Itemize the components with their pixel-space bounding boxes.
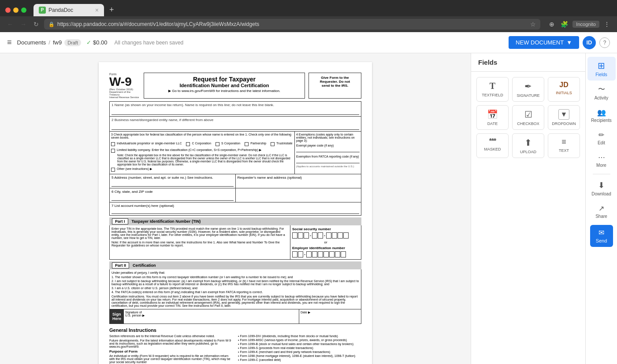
ssn-label: Social security number (292, 227, 359, 231)
ssn-box6[interactable] (326, 232, 331, 239)
price-value: $0.00 (93, 39, 108, 46)
field-item-dropdown[interactable]: ▼ DROPDOWN (548, 105, 580, 130)
ein-box4[interactable] (312, 251, 317, 257)
field5-cell: 5 Address (number, street, and apt. or s… (110, 174, 236, 188)
ein-box3[interactable] (306, 251, 312, 257)
cb-ccorp-box[interactable] (186, 142, 190, 146)
field-item-textfield[interactable]: T TEXTFIELD (476, 77, 509, 102)
cb-scorp-box[interactable] (216, 142, 219, 146)
send-button[interactable]: ✉ Send (590, 225, 613, 247)
cb-llc: Limited liability company. Enter the tax… (111, 148, 293, 153)
field2-row: 2 Business name/disregarded entity name,… (109, 116, 361, 131)
masked-label: MASKED (484, 147, 501, 151)
menu-icon[interactable]: ⋮ (602, 20, 612, 29)
help-button[interactable]: ? (599, 37, 610, 48)
text-icon: ≡ (561, 137, 566, 147)
panel-edit[interactable]: ✏ Edit (587, 127, 616, 149)
field-item-masked[interactable]: *** MASKED (476, 133, 509, 158)
give-form-block: Give Form to the Requester. Do not send … (308, 73, 361, 99)
search-icon[interactable]: ⊕ (547, 20, 556, 29)
cert-instructions: Certification instructions. You must cro… (112, 295, 359, 307)
part2-roman: Part II (112, 262, 129, 268)
initials-label: INITIALS (556, 91, 572, 95)
cb-llc-box[interactable] (111, 149, 115, 153)
panel-more[interactable]: ⋯ More (587, 150, 616, 171)
panel-activity[interactable]: 〜 Activity (587, 81, 616, 104)
ssn-box1[interactable] (292, 232, 297, 239)
ein-box9[interactable] (341, 251, 346, 257)
ein-box8[interactable] (335, 251, 340, 257)
ssn-box2[interactable] (298, 232, 303, 239)
gi-right-item-0: • Form 1099-DIV (dividends, including th… (238, 335, 361, 338)
field6-input[interactable] (112, 196, 234, 201)
sign-date-area[interactable]: Date ▶ (299, 309, 361, 324)
field-item-upload[interactable]: ⬆ UPLOAD (512, 133, 544, 158)
url-text: https://app.pandadoc.com/a/#/document/v1… (57, 21, 528, 27)
edit-icon: ✏ (598, 131, 604, 139)
cb-trust-box[interactable] (271, 142, 275, 146)
cb-llc-label: Limited liability company. Enter the tax… (117, 148, 261, 152)
new-document-button[interactable]: NEW DOCUMENT ▼ (509, 36, 579, 49)
panel-recipients[interactable]: 👥 Recipients (587, 105, 616, 126)
tab-close-icon[interactable]: × (95, 7, 99, 14)
panel-share[interactable]: ↗ Share (587, 201, 616, 222)
document-name[interactable]: fw9 (53, 39, 62, 46)
ssn-box5[interactable] (318, 232, 323, 239)
close-dot[interactable] (5, 7, 11, 13)
part1-content: Enter your TIN in the appropriate box. T… (109, 225, 361, 260)
ein-box7[interactable] (329, 251, 335, 257)
main-layout: Form W-9 (Rev. October 2018) Department … (0, 53, 617, 364)
exempt-payee-field[interactable] (296, 148, 360, 152)
ssn-dash1: - (310, 233, 311, 238)
field5-input[interactable] (112, 182, 234, 187)
textfield-label: TEXTFIELD (482, 93, 503, 97)
panel-download[interactable]: ⬇ Download (587, 177, 616, 200)
hamburger-menu-icon[interactable]: ≡ (7, 38, 12, 47)
user-avatar[interactable]: ID (583, 36, 596, 49)
window-controls (5, 7, 26, 13)
url-bar[interactable]: 🔒 https://app.pandadoc.com/a/#/document/… (44, 19, 540, 29)
field-item-text[interactable]: ≡ TEXT (548, 133, 580, 158)
minimize-dot[interactable] (13, 7, 19, 13)
panel-fields[interactable]: ⊞ Fields (587, 57, 616, 81)
field-item-date[interactable]: 📅 DATE (476, 105, 509, 130)
field-item-initials[interactable]: JD INITIALS (548, 77, 580, 102)
ssn-box3[interactable] (304, 232, 309, 239)
field-item-signature[interactable]: ✒ SIGNATURE (512, 77, 544, 102)
field3-label: 3 Check appropriate box for federal tax … (111, 133, 293, 139)
active-tab[interactable]: P PandaDoc × (33, 4, 104, 16)
ein-box6[interactable] (323, 251, 329, 257)
bookmark-icon[interactable]: ☆ (530, 21, 536, 28)
cb-other-box[interactable] (111, 168, 115, 172)
ssn-boxes: - - (292, 232, 359, 239)
ein-box5[interactable] (318, 251, 323, 257)
ssn-box7[interactable] (332, 232, 337, 239)
share-label: Share (595, 214, 607, 219)
section3-left: 3 Check appropriate box for federal tax … (110, 132, 295, 174)
field2-input[interactable] (112, 125, 359, 130)
back-button[interactable]: ← (5, 20, 15, 29)
ssn-box4[interactable] (312, 232, 317, 239)
cb-partnership-box[interactable] (245, 142, 249, 146)
forward-button[interactable]: → (19, 20, 28, 29)
ssn-box8[interactable] (338, 232, 343, 239)
ein-box1[interactable] (292, 251, 297, 257)
ssn-box9[interactable] (343, 232, 349, 239)
extensions-icon[interactable]: 🧩 (559, 20, 570, 29)
cb-individual-box[interactable] (111, 142, 115, 146)
fatca-exempt-field[interactable] (296, 159, 360, 163)
maximize-dot[interactable] (21, 7, 26, 13)
part1-block: Part I Taxpayer Identification Number (T… (109, 217, 361, 260)
cert-4: 4. The FATCA code(s) entered on this for… (112, 290, 359, 294)
new-tab-button[interactable]: + (106, 4, 118, 16)
field7-input[interactable] (112, 210, 359, 214)
field-item-checkbox[interactable]: ☑ CHECKBOX (512, 105, 544, 130)
gi-right-item-3: • Form 1099-S (proceeds from real estate… (238, 346, 361, 349)
refresh-button[interactable]: ↻ (32, 20, 41, 29)
sign-sig-area[interactable]: Signature of U.S. person ▶ (124, 309, 299, 324)
ein-box2[interactable] (298, 251, 303, 257)
toolbar-right: NEW DOCUMENT ▼ ID ? (509, 36, 610, 49)
sign-here-row: Sign Here Signature of U.S. person ▶ Dat… (109, 309, 361, 324)
field1-input[interactable] (112, 110, 359, 115)
breadcrumb-documents[interactable]: Documents (17, 39, 46, 46)
